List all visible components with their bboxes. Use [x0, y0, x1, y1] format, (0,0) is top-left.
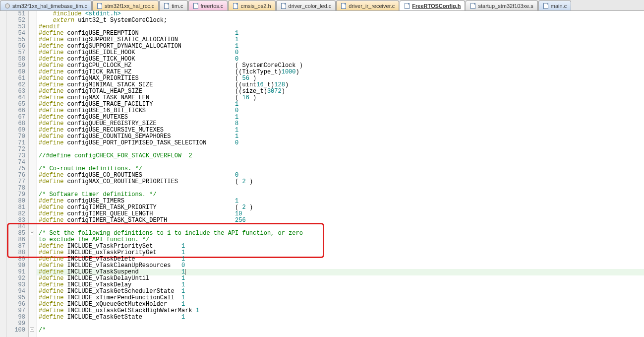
text-cursor: [185, 269, 185, 275]
tab-cmsis_os2-h[interactable]: cmsis_os2.h: [228, 0, 275, 10]
marker-margin: [0, 11, 7, 337]
code-editor[interactable]: #include <stdint.h> extern uint32_t Syst…: [37, 11, 644, 337]
tab-label: driver_color_led.c: [289, 3, 332, 9]
tab-tim-c[interactable]: tim.c: [159, 0, 187, 10]
tab-stm32f1xx_hal_timebase_tim-c[interactable]: stm32f1xx_hal_timebase_tim.c: [0, 0, 92, 10]
tab-label: freertos.c: [201, 3, 224, 9]
file-icon: [233, 3, 238, 9]
code-line[interactable]: #define INCLUDE_vTaskCleanUpResources 0: [37, 263, 644, 269]
gear-icon: [4, 3, 10, 9]
tab-main-c[interactable]: main.c: [538, 0, 571, 10]
code-line[interactable]: /*: [37, 327, 644, 334]
code-line[interactable]: #define configUSE_PORT_OPTIMISED_TASK_SE…: [37, 140, 644, 146]
tab-label: stm32f1xx_hal_timebase_tim.c: [12, 3, 87, 9]
tab-driver_ir_receiver-c[interactable]: driver_ir_receiver.c: [336, 0, 399, 10]
code-line[interactable]: //#define configCHECK_FOR_STACK_OVERFLOW…: [37, 153, 644, 159]
tab-freertos-c[interactable]: freertos.c: [188, 0, 228, 10]
file-icon: [281, 3, 287, 9]
tab-label: stm32f1xx_hal_rcc.c: [105, 3, 154, 9]
line-number: 100: [7, 327, 25, 334]
tab-label: tim.c: [172, 3, 183, 9]
code-line[interactable]: extern uint32_t SystemCoreClock;: [37, 17, 644, 24]
tab-label: startup_stm32f103xe.s: [478, 3, 533, 9]
tab-label: driver_ir_receiver.c: [349, 3, 395, 9]
tab-label: cmsis_os2.h: [240, 3, 271, 9]
editor-area: 5152535455565758596061626364656667686970…: [0, 11, 644, 337]
line-number-gutter[interactable]: 5152535455565758596061626364656667686970…: [7, 11, 29, 337]
file-icon: [164, 3, 170, 9]
editor-tabs: stm32f1xx_hal_timebase_tim.cstm32f1xx_ha…: [0, 0, 644, 11]
file-icon: [470, 3, 476, 9]
code-line[interactable]: [37, 321, 644, 327]
code-line[interactable]: #define INCLUDE_eTaskGetState 1: [37, 314, 644, 321]
tab-driver_color_led-c[interactable]: driver_color_led.c: [276, 0, 336, 10]
code-line[interactable]: #define configMAX_CO_ROUTINE_PRIORITIES …: [37, 179, 644, 185]
tab-FreeRTOSConfig-h[interactable]: FreeRTOSConfig.h: [400, 0, 465, 10]
file-icon: [543, 3, 549, 9]
tab-label: main.c: [551, 3, 567, 9]
file-icon: [193, 3, 199, 9]
code-line[interactable]: #define configTIMER_TASK_STACK_DEPTH 256: [37, 217, 644, 224]
fold-margin[interactable]: −−: [29, 11, 37, 337]
file-icon: [341, 3, 347, 9]
tab-label: FreeRTOSConfig.h: [412, 3, 461, 9]
tab-startup_stm32f103xe-s[interactable]: startup_stm32f103xe.s: [466, 0, 537, 10]
file-icon: [97, 3, 103, 9]
file-icon: [404, 3, 410, 9]
tab-stm32f1xx_hal_rcc-c[interactable]: stm32f1xx_hal_rcc.c: [92, 0, 159, 10]
